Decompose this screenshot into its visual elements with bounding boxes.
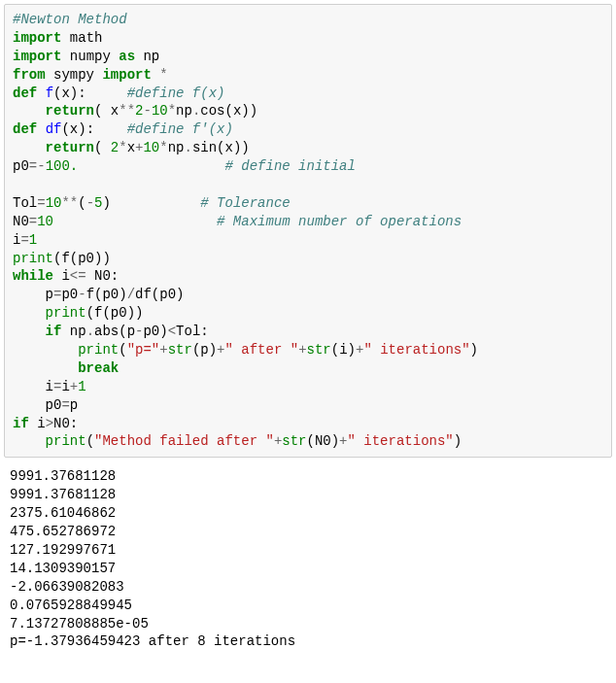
code-line: import numpy as np <box>13 49 159 64</box>
code-line: if i>N0: <box>13 416 78 431</box>
output-line: 0.0765928849945 <box>10 598 132 613</box>
code-line: print(f(p0)) <box>13 251 111 266</box>
code-cell[interactable]: #Newton Method import math import numpy … <box>4 4 612 458</box>
code-line: print("p="+str(p)+" after "+str(i)+" ite… <box>13 342 478 358</box>
output-line: 475.652786972 <box>10 524 116 539</box>
code-line: import math <box>13 30 102 46</box>
code-line: while i<= N0: <box>13 268 119 284</box>
code-line: break <box>13 360 119 376</box>
code-line: print("Method failed after "+str(N0)+" i… <box>13 433 462 449</box>
output-line: 7.13727808885e-05 <box>10 616 149 632</box>
code-line: print(f(p0)) <box>13 305 143 321</box>
code-line: return( x**2-10*np.cos(x)) <box>13 103 257 119</box>
code-line: i=i+1 <box>13 379 86 394</box>
code-line: N0=10 # Maximum number of operations <box>13 214 462 229</box>
code-line: p=p0-f(p0)/df(p0) <box>13 287 184 302</box>
code-line: #Newton Method <box>13 12 127 27</box>
code-line: if np.abs(p-p0)<Tol: <box>13 324 209 339</box>
output-line: 127.192997671 <box>10 542 116 558</box>
output-line: 9991.37681128 <box>10 487 116 502</box>
output-line: p=-1.37936459423 after 8 iterations <box>10 633 295 649</box>
code-line: p0=p <box>13 397 78 413</box>
output-line: 2375.61046862 <box>10 505 116 521</box>
code-line: def df(x): #define f'(x) <box>13 121 233 137</box>
code-line: i=1 <box>13 232 37 248</box>
output-line: 14.1309390157 <box>10 561 116 576</box>
output-cell: 9991.37681128 9991.37681128 2375.6104686… <box>0 461 616 661</box>
code-line: def f(x): #define f(x) <box>13 85 224 101</box>
code-line: return( 2*x+10*np.sin(x)) <box>13 140 250 155</box>
code-line: from sympy import * <box>13 67 168 83</box>
output-line: 9991.37681128 <box>10 468 116 484</box>
output-line: -2.06639082083 <box>10 579 124 595</box>
code-line: p0=-100. # define initial <box>13 158 356 174</box>
code-line: Tol=10**(-5) # Tolerance <box>13 195 291 211</box>
